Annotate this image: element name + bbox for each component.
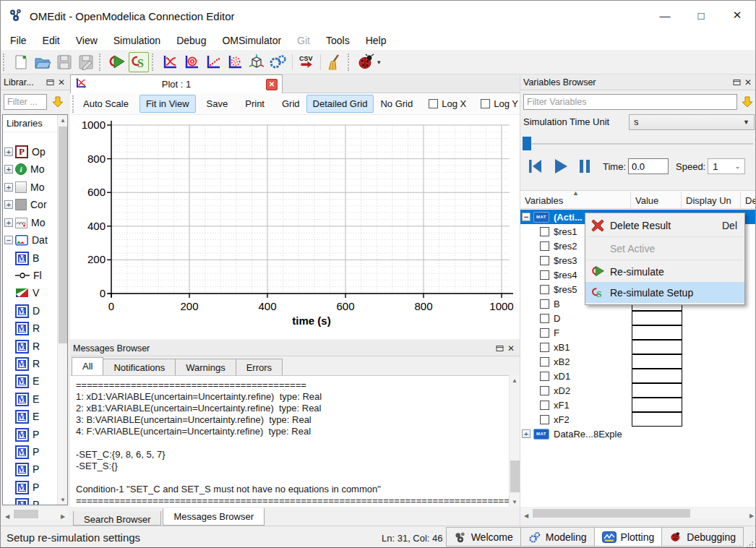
close-dock-icon[interactable]: ✕ <box>56 77 67 88</box>
checkbox-icon[interactable] <box>540 357 549 367</box>
checkbox-icon[interactable] <box>540 241 549 251</box>
menu-omsimulator[interactable]: OMSimulator <box>214 32 289 49</box>
scroll-down-icon[interactable]: ▼ <box>58 495 68 505</box>
new-parametric-plot-icon[interactable] <box>181 52 202 72</box>
libraries-horizontal-scrollbar[interactable]: ◀ ▶ <box>2 508 68 520</box>
variable-row[interactable]: F <box>520 325 756 340</box>
save-as-icon[interactable] <box>76 52 96 72</box>
libraries-filter-apply-icon[interactable] <box>50 94 66 110</box>
clear-plot-icon[interactable] <box>325 52 345 72</box>
checkbox-icon[interactable] <box>540 343 549 352</box>
tab-warnings[interactable]: Warnings <box>175 359 236 375</box>
scrollbar-thumb[interactable] <box>59 127 67 343</box>
log-y-checkbox[interactable]: Log Y <box>476 98 523 109</box>
re-simulate-setup-icon[interactable]: S <box>129 52 149 72</box>
menu-simulation[interactable]: Simulation <box>106 32 168 49</box>
checkbox-icon[interactable] <box>540 285 549 294</box>
play-icon[interactable] <box>549 155 571 177</box>
export-csv-icon[interactable]: CSV <box>296 52 317 72</box>
expand-icon[interactable]: + <box>4 165 13 174</box>
scroll-down-icon[interactable]: ▼ <box>510 497 520 507</box>
log-x-checkbox[interactable]: Log X <box>424 98 471 109</box>
collapse-icon[interactable]: − <box>4 236 13 244</box>
checkbox-icon[interactable] <box>540 256 549 265</box>
scroll-up-icon[interactable]: ▲ <box>510 375 520 385</box>
variable-row[interactable]: xB2 <box>520 354 756 369</box>
float-dock-icon[interactable] <box>494 343 505 354</box>
checkbox-icon[interactable] <box>481 99 490 108</box>
open-file-icon[interactable] <box>33 52 53 72</box>
maximize-button[interactable]: □ <box>683 1 719 30</box>
variable-row[interactable]: xD1 <box>520 369 756 383</box>
messages-vertical-scrollbar[interactable]: ▲ ▼ <box>509 375 520 507</box>
column-description[interactable]: Desc <box>745 195 756 206</box>
perspective-plotting[interactable]: Plotting <box>594 527 663 547</box>
plot-canvas[interactable]: 10008006004002000 02004006008001000 time… <box>70 115 520 339</box>
context-menu-delete-result[interactable]: Delete Result Del <box>585 215 744 236</box>
checkbox-icon[interactable] <box>540 401 549 410</box>
checkbox-icon[interactable] <box>540 328 549 338</box>
tab-search-browser[interactable]: Search Browser <box>73 511 161 526</box>
checkbox-icon[interactable] <box>540 227 549 236</box>
checkbox-icon[interactable] <box>540 372 549 381</box>
expand-icon[interactable]: + <box>4 218 13 227</box>
fit-in-view-button[interactable]: Fit in View <box>139 95 196 113</box>
tab-errors[interactable]: Errors <box>236 359 283 375</box>
close-button[interactable]: ✕ <box>719 1 755 30</box>
float-dock-icon[interactable] <box>44 77 56 88</box>
checkbox-icon[interactable] <box>540 270 549 280</box>
result-file-row[interactable]: + MAT DataRe...8Exple <box>520 427 756 441</box>
save-icon[interactable] <box>54 52 74 72</box>
collapse-icon[interactable]: − <box>522 213 531 221</box>
value-cell[interactable] <box>632 340 682 354</box>
scrollbar-thumb[interactable] <box>14 510 38 518</box>
menu-edit[interactable]: Edit <box>35 32 68 49</box>
plot-tab[interactable]: Plot : 1 ✕ <box>70 74 283 93</box>
new-array-parametric-plot-icon[interactable] <box>225 52 245 72</box>
checkbox-icon[interactable] <box>540 415 549 424</box>
messages-content[interactable]: ========================================… <box>70 375 520 507</box>
debug-dropdown-icon[interactable]: ▾ <box>377 59 381 66</box>
print-plot-button[interactable]: Print <box>239 95 271 113</box>
scroll-right-icon[interactable]: ▶ <box>747 510 756 521</box>
new-plot-icon[interactable] <box>160 52 180 72</box>
plot-tab-close-icon[interactable]: ✕ <box>266 79 278 90</box>
pause-icon[interactable] <box>574 155 596 177</box>
close-dock-icon[interactable]: ✕ <box>505 343 517 354</box>
menu-view[interactable]: View <box>68 32 106 49</box>
no-grid-button[interactable]: No Grid <box>374 95 419 113</box>
perspective-debugging[interactable]: Debugging <box>661 527 744 547</box>
auto-scale-button[interactable]: Auto Scale <box>77 95 135 113</box>
expand-icon[interactable]: + <box>4 147 13 156</box>
variables-horizontal-scrollbar[interactable]: ◀ ▶ <box>521 508 756 519</box>
scroll-left-icon[interactable]: ◀ <box>521 510 531 521</box>
expand-icon[interactable]: + <box>522 429 531 438</box>
value-cell[interactable] <box>632 412 682 427</box>
scroll-right-icon[interactable]: ▶ <box>58 511 68 521</box>
debug-icon[interactable] <box>356 52 376 72</box>
checkbox-icon[interactable] <box>540 386 549 395</box>
tab-notifications[interactable]: Notifications <box>103 359 176 375</box>
time-input[interactable] <box>628 158 669 174</box>
value-cell[interactable] <box>632 383 682 398</box>
menu-file[interactable]: File <box>2 32 35 49</box>
tab-messages-browser[interactable]: Messages Browser <box>163 508 265 526</box>
time-slider-track[interactable] <box>532 143 753 145</box>
new-model-icon[interactable] <box>11 52 31 72</box>
column-display-unit[interactable]: Display Un <box>686 195 731 206</box>
scrollbar-thumb[interactable] <box>533 509 690 518</box>
context-menu-re-simulate[interactable]: Re-simulate <box>585 261 744 282</box>
variable-row[interactable]: xB1 <box>520 340 756 354</box>
variables-filter-input[interactable] <box>523 94 737 110</box>
scroll-left-icon[interactable]: ◀ <box>2 511 12 521</box>
rewind-icon[interactable] <box>525 155 546 177</box>
context-menu-re-simulate-setup[interactable]: S Re-simulate Setup <box>585 282 744 303</box>
libraries-filter-input[interactable] <box>4 94 47 110</box>
new-array-plot-icon[interactable] <box>203 52 223 72</box>
column-variables[interactable]: Variables <box>525 195 563 206</box>
column-value[interactable]: Value <box>635 195 658 206</box>
value-cell[interactable] <box>632 311 682 325</box>
checkbox-icon[interactable] <box>540 314 549 323</box>
variable-row[interactable]: xF2 <box>520 412 756 427</box>
speed-combobox[interactable]: 1 ⌄ <box>708 158 745 174</box>
